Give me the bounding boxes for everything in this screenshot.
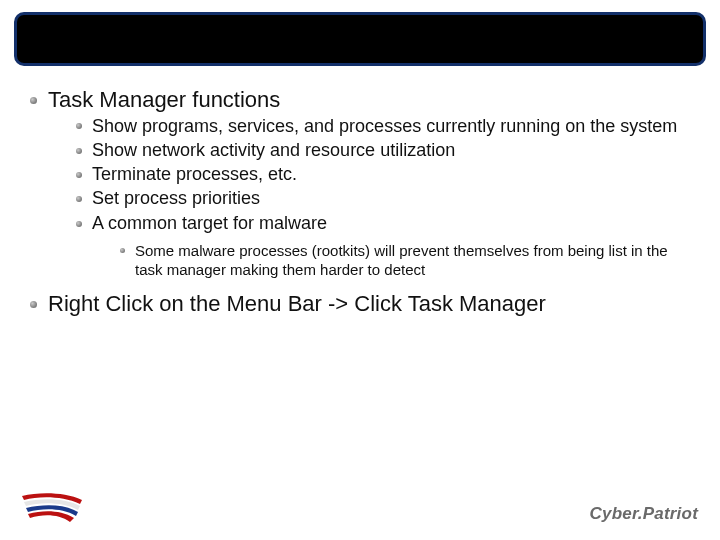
list-item-text: Show programs, services, and processes c… bbox=[92, 116, 677, 136]
list-item: Show network activity and resource utili… bbox=[76, 138, 690, 162]
list-item-text: Show network activity and resource utili… bbox=[92, 140, 455, 160]
list-item-text: Some malware processes (rootkits) will p… bbox=[135, 242, 668, 279]
flag-ribbon-icon bbox=[20, 490, 84, 526]
list-item-text: Right Click on the Menu Bar -> Click Tas… bbox=[48, 291, 546, 316]
list-item: Terminate processes, etc. bbox=[76, 162, 690, 186]
list-item: Right Click on the Menu Bar -> Click Tas… bbox=[30, 290, 690, 318]
slide: Task Manager functions Show programs, se… bbox=[0, 0, 720, 540]
footer-logo bbox=[20, 490, 84, 526]
footer-brand: Cyber.Patriot bbox=[590, 504, 698, 524]
bullet-list-lvl2: Show programs, services, and processes c… bbox=[76, 114, 690, 280]
bullet-list-lvl1: Task Manager functions Show programs, se… bbox=[30, 86, 690, 317]
list-item: A common target for malware Some malware… bbox=[76, 211, 690, 280]
list-item: Task Manager functions Show programs, se… bbox=[30, 86, 690, 280]
slide-content: Task Manager functions Show programs, se… bbox=[30, 86, 690, 327]
title-bar bbox=[14, 12, 706, 66]
list-item: Set process priorities bbox=[76, 186, 690, 210]
list-item-text: Terminate processes, etc. bbox=[92, 164, 297, 184]
bullet-list-lvl3: Some malware processes (rootkits) will p… bbox=[120, 241, 690, 280]
list-item: Show programs, services, and processes c… bbox=[76, 114, 690, 138]
list-item-text: Task Manager functions bbox=[48, 87, 280, 112]
list-item: Some malware processes (rootkits) will p… bbox=[120, 241, 690, 280]
list-item-text: Set process priorities bbox=[92, 188, 260, 208]
list-item-text: A common target for malware bbox=[92, 213, 327, 233]
